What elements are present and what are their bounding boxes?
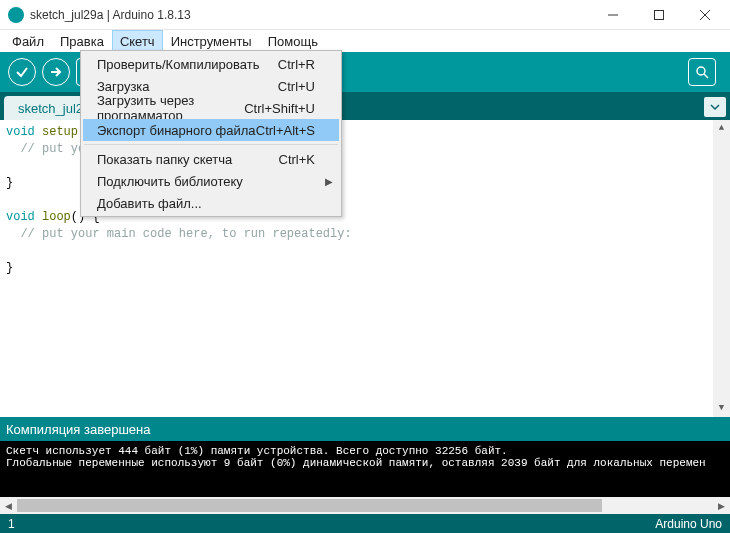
minimize-button[interactable] xyxy=(590,0,636,30)
menu-file[interactable]: Файл xyxy=(4,30,52,52)
menu-sketch[interactable]: Скетч xyxy=(112,30,163,52)
console-horizontal-scrollbar[interactable]: ◀ ▶ xyxy=(0,497,730,514)
maximize-button[interactable] xyxy=(636,0,682,30)
serial-monitor-button[interactable] xyxy=(688,58,716,86)
app-icon xyxy=(8,7,24,23)
submenu-arrow-icon: ▶ xyxy=(325,176,333,187)
tab-menu-button[interactable] xyxy=(704,97,726,117)
scroll-thumb[interactable] xyxy=(17,499,602,512)
verify-button[interactable] xyxy=(8,58,36,86)
menu-separator xyxy=(84,144,338,145)
scroll-right-icon[interactable]: ▶ xyxy=(713,497,730,514)
svg-point-8 xyxy=(697,67,705,75)
menubar: Файл Правка Скетч Инструменты Помощь xyxy=(0,30,730,52)
menu-upload-programmer[interactable]: Загрузить через программатор Ctrl+Shift+… xyxy=(83,97,339,119)
menu-add-file[interactable]: Добавить файл... xyxy=(83,192,339,214)
menu-verify-compile[interactable]: Проверить/Компилировать Ctrl+R xyxy=(83,53,339,75)
menu-tools[interactable]: Инструменты xyxy=(163,30,260,52)
line-number: 1 xyxy=(8,517,15,531)
editor-vertical-scrollbar[interactable]: ▲ ▼ xyxy=(713,120,730,417)
board-name: Arduino Uno xyxy=(655,517,722,531)
menu-edit[interactable]: Правка xyxy=(52,30,112,52)
sketch-menu-dropdown: Проверить/Компилировать Ctrl+R Загрузка … xyxy=(80,50,342,217)
window-title: sketch_jul29a | Arduino 1.8.13 xyxy=(30,8,590,22)
svg-rect-1 xyxy=(655,10,664,19)
scroll-up-icon[interactable]: ▲ xyxy=(713,120,730,137)
console-output[interactable]: Скетч использует 444 байт (1%) памяти ус… xyxy=(0,441,730,497)
menu-export-binary[interactable]: Экспорт бинарного файла Ctrl+Alt+S xyxy=(83,119,339,141)
menu-include-library[interactable]: Подключить библиотеку ▶ xyxy=(83,170,339,192)
svg-line-9 xyxy=(704,74,708,78)
status-message: Компиляция завершена xyxy=(6,422,151,437)
scroll-down-icon[interactable]: ▼ xyxy=(713,400,730,417)
menu-show-folder[interactable]: Показать папку скетча Ctrl+K xyxy=(83,148,339,170)
titlebar: sketch_jul29a | Arduino 1.8.13 xyxy=(0,0,730,30)
close-button[interactable] xyxy=(682,0,728,30)
upload-button[interactable] xyxy=(42,58,70,86)
menu-help[interactable]: Помощь xyxy=(260,30,326,52)
scroll-left-icon[interactable]: ◀ xyxy=(0,497,17,514)
footer: 1 Arduino Uno xyxy=(0,514,730,533)
status-bar: Компиляция завершена xyxy=(0,417,730,441)
